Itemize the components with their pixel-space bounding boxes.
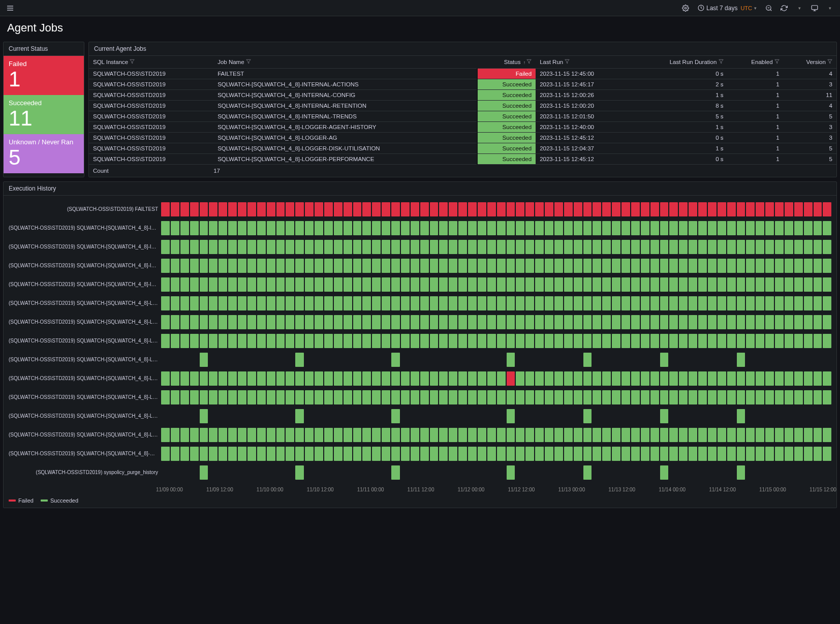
exec-track[interactable] [161,353,831,367]
legend-succeeded[interactable]: Succeeded [41,497,78,504]
exec-cell [200,447,208,461]
col-last-run[interactable]: Last Run [536,56,632,69]
monitor-chevron[interactable]: ▾ [824,2,836,14]
refresh-interval-chevron[interactable]: ▾ [793,2,805,14]
status-tile[interactable]: Succeeded11 [4,95,84,134]
exec-cell [583,428,592,442]
exec-cell [679,277,688,292]
filter-icon[interactable] [827,59,832,64]
filter-icon[interactable] [526,59,532,64]
cell-status: Succeeded [477,133,536,143]
exec-cell [200,221,208,235]
exec-cell [631,409,640,423]
exec-cell [362,240,371,254]
table-row[interactable]: SQLWATCH-OSS\STD2019SQLWATCH-[SQLWATCH_4… [89,143,836,154]
exec-cell [286,296,294,310]
table-row[interactable]: SQLWATCH-OSS\STD2019SQLWATCH-[SQLWATCH_4… [89,101,836,111]
exec-cell [468,277,477,292]
exec-cell [344,371,352,386]
exec-track[interactable] [161,465,831,480]
exec-cell [344,240,352,254]
exec-cell [746,202,755,216]
exec-cell [247,296,256,310]
exec-cell [267,315,275,329]
exec-cell [324,259,333,273]
exec-cell [219,465,227,480]
exec-cell [823,240,831,254]
cell-sql-instance: SQLWATCH-OSS\STD2019 [89,154,213,165]
exec-track[interactable] [161,221,831,235]
exec-cell [814,390,822,404]
chart-legend: Failed Succeeded [4,495,836,508]
filter-icon[interactable] [719,59,724,64]
exec-cell [698,353,707,367]
time-range-picker[interactable]: Last 7 days UTC ▾ [695,2,760,14]
exec-track[interactable] [161,259,831,273]
monitor-icon[interactable] [808,2,821,14]
filter-icon[interactable] [565,59,570,64]
filter-icon[interactable] [246,59,251,64]
exec-track[interactable] [161,447,831,461]
exec-cell [228,202,237,216]
col-status[interactable]: Status ↑ [477,56,536,69]
exec-cell [353,334,362,348]
exec-track[interactable] [161,202,831,216]
refresh-icon[interactable] [778,2,790,14]
exec-cell [487,259,496,273]
exec-cell [612,447,620,461]
exec-cell [756,240,764,254]
exec-cell [497,296,506,310]
exec-cell [200,353,208,367]
exec-track[interactable] [161,409,831,423]
filter-icon[interactable] [130,59,135,64]
exec-track[interactable] [161,315,831,329]
table-row[interactable]: SQLWATCH-OSS\STD2019SQLWATCH-[SQLWATCH_4… [89,154,836,165]
exec-cell [200,465,208,480]
exec-row-label: (SQLWATCH-OSS\STD2019) SQLWATCH-[SQLWATC… [9,263,161,268]
exec-cell [650,428,659,442]
exec-track[interactable] [161,296,831,310]
exec-track[interactable] [161,371,831,386]
exec-cell [650,277,659,292]
exec-cell [650,315,659,329]
table-row[interactable]: SQLWATCH-OSS\STD2019SQLWATCH-[SQLWATCH_4… [89,79,836,90]
exec-track[interactable] [161,390,831,404]
status-tile[interactable]: Unknown / Never Ran5 [4,134,84,173]
exec-cell [267,409,275,423]
table-row[interactable]: SQLWATCH-OSS\STD2019SQLWATCH-[SQLWATCH_4… [89,122,836,133]
col-version[interactable]: Version [784,56,836,69]
exec-cell [660,202,669,216]
exec-track[interactable] [161,277,831,292]
exec-cell [180,259,189,273]
exec-cell [804,202,813,216]
cell-duration: 5 s [632,111,728,122]
zoom-out-icon[interactable] [763,2,775,14]
table-row[interactable]: SQLWATCH-OSS\STD2019FAILTESTFailed2023-1… [89,69,836,79]
exec-cell [583,390,592,404]
legend-failed[interactable]: Failed [9,497,34,504]
table-row[interactable]: SQLWATCH-OSS\STD2019SQLWATCH-[SQLWATCH_4… [89,111,836,122]
exec-cell [525,428,534,442]
exec-track[interactable] [161,240,831,254]
exec-cell [507,353,515,367]
exec-cell [372,447,381,461]
exec-cell [794,259,803,273]
exec-track[interactable] [161,334,831,348]
exec-cell [785,428,793,442]
exec-track[interactable] [161,428,831,442]
table-row[interactable]: SQLWATCH-OSS\STD2019SQLWATCH-[SQLWATCH_4… [89,90,836,101]
table-row[interactable]: SQLWATCH-OSS\STD2019SQLWATCH-[SQLWATCH_4… [89,133,836,143]
exec-cell [669,390,678,404]
col-job-name[interactable]: Job Name [213,56,477,69]
col-enabled[interactable]: Enabled [728,56,784,69]
exec-cell [746,259,755,273]
exec-cell [430,334,439,348]
menu-icon[interactable] [4,2,16,14]
status-tile[interactable]: Failed1 [4,56,84,95]
exec-cell [737,315,745,329]
exec-cell [746,277,755,292]
col-sql-instance[interactable]: SQL Instance [89,56,213,69]
filter-icon[interactable] [774,59,780,64]
settings-icon[interactable] [679,2,692,14]
col-last-run-duration[interactable]: Last Run Duration [632,56,728,69]
